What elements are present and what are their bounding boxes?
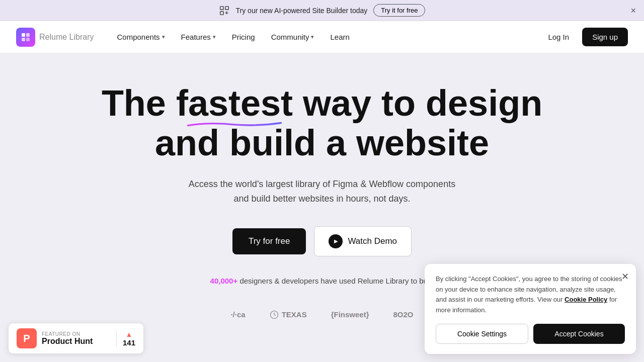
top-banner: Try our new AI-powered Site Builder toda… — [0, 0, 644, 21]
watch-demo-button[interactable]: Watch Demo — [314, 226, 412, 256]
play-icon — [329, 234, 343, 248]
product-hunt-text: FEATURED ON Product Hunt — [42, 331, 111, 346]
svg-rect-6 — [26, 38, 30, 41]
nav-features[interactable]: Features ▾ — [174, 29, 223, 45]
logo-text: Relume Library — [39, 33, 94, 42]
logo[interactable]: Relume Library — [16, 28, 94, 47]
nav-components[interactable]: Components ▾ — [110, 29, 172, 45]
hero-headline: The fastest way to designand build a web… — [102, 83, 542, 163]
product-hunt-count: ▲ 141 — [116, 330, 135, 347]
partner-logo-3: {Finsweet} — [331, 310, 369, 319]
cookie-actions: Cookie Settings Accept Cookies — [436, 324, 625, 344]
cookie-banner: ✕ By clicking "Accept Cookies", you agre… — [425, 264, 636, 354]
partner-logo-1: ·/·ca — [230, 310, 245, 319]
nav-learn[interactable]: Learn — [323, 29, 356, 45]
svg-rect-3 — [22, 33, 25, 37]
cookie-policy-link[interactable]: Cookie Policy — [565, 296, 607, 303]
partner-logo-2: TEXAS — [270, 310, 307, 319]
nav-community[interactable]: Community ▾ — [264, 29, 321, 45]
chevron-down-icon: ▾ — [162, 34, 165, 40]
nav-pricing[interactable]: Pricing — [225, 29, 262, 45]
nav-right: Log In Sign up — [541, 28, 628, 46]
hero-subtext: Access the world's largest library of Fi… — [181, 177, 463, 206]
svg-rect-5 — [22, 38, 25, 41]
login-button[interactable]: Log In — [541, 29, 576, 45]
svg-rect-1 — [225, 6, 228, 9]
svg-rect-0 — [220, 6, 223, 9]
cookie-text: By clicking "Accept Cookies", you agree … — [436, 274, 625, 316]
cookie-settings-button[interactable]: Cookie Settings — [436, 324, 528, 344]
hero-buttons: Try for free Watch Demo — [232, 226, 412, 256]
logo-icon — [16, 28, 35, 47]
banner-close-button[interactable]: × — [630, 5, 636, 16]
chevron-down-icon: ▾ — [213, 34, 216, 40]
hero-section: The fastest way to designand build a web… — [0, 53, 644, 300]
product-hunt-badge[interactable]: P FEATURED ON Product Hunt ▲ 141 — [8, 323, 144, 354]
try-free-button[interactable]: Try for free — [232, 228, 306, 254]
cookie-accept-button[interactable]: Accept Cookies — [533, 324, 625, 344]
chevron-down-icon: ▾ — [311, 34, 314, 40]
ai-builder-icon — [219, 5, 230, 16]
partner-logo-4: 8O2O — [393, 310, 414, 319]
hero-headline-highlight: fastest — [176, 83, 293, 123]
svg-rect-4 — [26, 33, 30, 37]
social-proof: 40,000+ designers & developers have used… — [210, 277, 434, 285]
banner-cta-button[interactable]: Try it for free — [373, 4, 425, 17]
svg-rect-2 — [220, 11, 223, 14]
cookie-close-button[interactable]: ✕ — [621, 271, 629, 282]
navbar: Relume Library Components ▾ Features ▾ P… — [0, 21, 644, 53]
nav-links: Components ▾ Features ▾ Pricing Communit… — [110, 29, 541, 45]
signup-button[interactable]: Sign up — [582, 28, 628, 46]
product-hunt-icon: P — [17, 328, 37, 348]
banner-text: Try our new AI-powered Site Builder toda… — [236, 7, 368, 15]
